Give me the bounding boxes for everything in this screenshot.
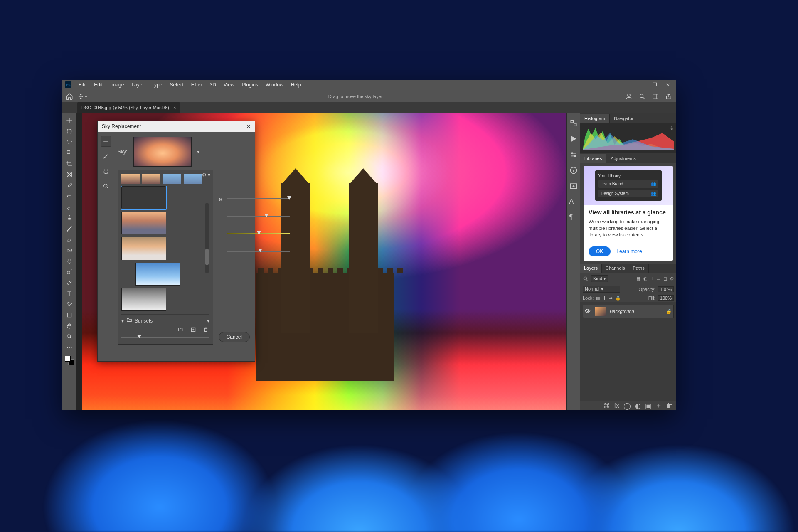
window-close-icon[interactable]: ✕ — [665, 82, 671, 88]
temperature-slider[interactable]: 0 — [227, 251, 290, 256]
sky-zoom-tool-icon[interactable] — [101, 181, 111, 192]
new-preset-icon[interactable] — [190, 327, 197, 333]
eyedropper-tool-icon[interactable] — [64, 180, 75, 190]
close-tab-icon[interactable]: × — [173, 105, 176, 110]
document-tab[interactable]: DSC_0045.jpg @ 50% (Sky, Layer Mask/8) × — [77, 102, 180, 113]
filter-adjust-icon[interactable]: ◐ — [643, 276, 648, 281]
filter-smart-icon[interactable]: ◻ — [663, 276, 667, 281]
shift-edge-slider[interactable] — [227, 198, 290, 204]
edit-toolbar-icon[interactable]: ⋯ — [64, 342, 75, 352]
selection-tool-icon[interactable] — [64, 148, 75, 158]
layer-fx-icon[interactable]: fx — [614, 402, 619, 409]
artboard-tool-icon[interactable] — [64, 126, 75, 136]
menu-window[interactable]: Window — [263, 82, 286, 88]
filter-type-icon[interactable]: T — [650, 276, 653, 281]
menu-3d[interactable]: 3D — [207, 82, 219, 88]
crop-tool-icon[interactable] — [64, 159, 75, 169]
search-icon[interactable] — [583, 276, 589, 282]
tab-navigator[interactable]: Navigator — [610, 114, 638, 123]
active-tool-icon[interactable]: ▾ — [78, 93, 87, 100]
fade-edge-slider[interactable]: 9 — [227, 216, 290, 222]
tab-paths[interactable]: Paths — [629, 264, 649, 273]
lock-artboard-icon[interactable]: ⇔ — [609, 296, 613, 301]
menu-layer[interactable]: Layer — [128, 82, 147, 88]
eraser-tool-icon[interactable] — [64, 234, 75, 244]
delete-layer-icon[interactable]: 🗑 — [666, 402, 673, 409]
brightness-slider[interactable] — [227, 233, 290, 239]
layer-lock-icon[interactable]: 🔒 — [666, 309, 672, 314]
dialog-close-icon[interactable]: ✕ — [246, 123, 251, 129]
gradient-tool-icon[interactable] — [64, 245, 75, 255]
share-icon[interactable] — [665, 92, 673, 101]
layer-row-background[interactable]: Background 🔒 — [583, 305, 674, 318]
path-tool-icon[interactable] — [64, 299, 75, 309]
sky-preview-thumb[interactable] — [133, 137, 192, 167]
preset-recent-thumb[interactable] — [121, 174, 140, 184]
lasso-tool-icon[interactable] — [64, 137, 75, 147]
filter-pixel-icon[interactable]: ▦ — [636, 276, 640, 281]
menu-help[interactable]: Help — [288, 82, 304, 88]
stamp-tool-icon[interactable] — [64, 213, 75, 223]
group-icon[interactable]: ▣ — [645, 402, 651, 410]
menu-filter[interactable]: Filter — [188, 82, 205, 88]
sky-dropdown-icon[interactable]: ▾ — [196, 137, 201, 167]
preset-thumb[interactable] — [121, 237, 166, 260]
histogram-warning-icon[interactable]: ⚠ — [669, 126, 674, 131]
preset-thumb[interactable] — [121, 212, 166, 234]
preset-settings-icon[interactable]: ⚙ ▾ — [202, 172, 210, 178]
filter-shape-icon[interactable]: ▭ — [656, 276, 660, 281]
link-layers-icon[interactable]: ⌘ — [603, 402, 610, 410]
menu-view[interactable]: View — [221, 82, 237, 88]
window-minimize-icon[interactable]: — — [638, 82, 645, 88]
layer-name[interactable]: Background — [610, 309, 634, 314]
search-icon[interactable] — [638, 92, 646, 101]
cancel-button[interactable]: Cancel — [219, 332, 250, 342]
tab-channels[interactable]: Channels — [602, 264, 629, 273]
tab-histogram[interactable]: Histogram — [580, 114, 610, 123]
workspace-icon[interactable] — [651, 92, 660, 101]
type-tool-icon[interactable] — [64, 288, 75, 298]
play-panel-icon[interactable] — [569, 135, 578, 143]
tab-layers[interactable]: Layers — [580, 264, 602, 273]
menu-edit[interactable]: Edit — [91, 82, 106, 88]
pen-tool-icon[interactable] — [64, 278, 75, 288]
menu-select[interactable]: Select — [167, 82, 186, 88]
lock-pixels-icon[interactable]: ▦ — [596, 296, 600, 301]
healing-tool-icon[interactable] — [64, 191, 75, 201]
tab-libraries[interactable]: Libraries — [580, 154, 606, 163]
dialog-titlebar[interactable]: Sky Replacement ✕ — [98, 121, 255, 132]
sky-move-tool-icon[interactable] — [101, 136, 111, 147]
adjustment-layer-icon[interactable]: ◐ — [635, 402, 641, 410]
fill-value[interactable]: 100% — [658, 295, 674, 301]
libraries-learn-link[interactable]: Learn more — [616, 249, 642, 254]
frame-tool-icon[interactable] — [64, 170, 75, 180]
filter-toggle-icon[interactable]: ⊘ — [670, 276, 674, 281]
hand-tool-icon[interactable] — [64, 321, 75, 331]
libraries-ok-button[interactable]: OK — [589, 246, 611, 256]
zoom-tool-icon[interactable] — [64, 332, 75, 342]
character-panel-icon[interactable] — [569, 182, 578, 190]
home-icon[interactable] — [66, 93, 73, 100]
move-tool-icon[interactable] — [64, 116, 75, 126]
preset-thumb-selected[interactable] — [121, 186, 166, 209]
layer-filter-kind[interactable]: Kind ▾ — [591, 275, 608, 282]
preset-thumb[interactable] — [135, 263, 180, 286]
info-panel-icon[interactable] — [569, 166, 578, 175]
blend-mode-select[interactable]: Normal ▾ — [583, 286, 620, 293]
preset-thumb[interactable] — [121, 288, 166, 311]
window-restore-icon[interactable]: ❐ — [651, 82, 658, 88]
blur-tool-icon[interactable] — [64, 256, 75, 266]
layer-mask-icon[interactable]: ◯ — [623, 402, 631, 410]
import-preset-icon[interactable] — [178, 327, 185, 333]
lock-all-icon[interactable]: 🔒 — [615, 296, 621, 301]
canvas-area[interactable]: Sky Replacement ✕ — [76, 113, 566, 410]
menu-plugins[interactable]: Plugins — [239, 82, 261, 88]
preset-recent-thumb[interactable] — [142, 174, 160, 184]
lock-position-icon[interactable]: ✚ — [603, 296, 606, 301]
opacity-value[interactable]: 100% — [658, 286, 674, 292]
cloud-account-icon[interactable] — [625, 92, 633, 101]
menu-type[interactable]: Type — [148, 82, 165, 88]
preset-scrollbar[interactable] — [205, 203, 209, 273]
color-swatches[interactable] — [65, 356, 74, 365]
preset-group-name[interactable]: Sunsets — [135, 318, 204, 324]
